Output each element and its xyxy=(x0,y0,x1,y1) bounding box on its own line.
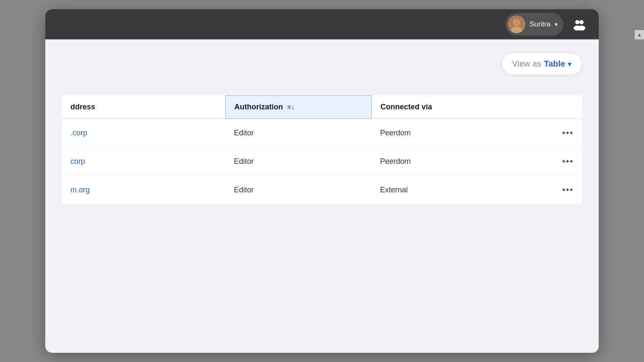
address-cell[interactable]: corp xyxy=(62,147,226,176)
user-menu-chevron-icon: ▾ xyxy=(555,21,558,28)
view-as-value: Table xyxy=(544,59,565,69)
col-header-connected-via: Connected via xyxy=(371,96,535,119)
sort-icon[interactable]: ≡↓ xyxy=(287,103,294,111)
address-cell[interactable]: .corp xyxy=(62,119,226,147)
row-actions-button[interactable]: ••• xyxy=(535,176,582,204)
connected-via-cell: External xyxy=(371,176,535,204)
topbar: Suritra ▾ xyxy=(45,9,599,39)
user-menu[interactable]: Suritra ▾ xyxy=(505,13,564,36)
connected-via-cell: Peerdom xyxy=(371,147,535,176)
main-content: View as Table ▾ ddress Authorization xyxy=(45,39,599,353)
data-table: ddress Authorization ≡↓ Connected via xyxy=(62,95,582,204)
table-row: corp Editor Peerdom ••• xyxy=(62,147,582,176)
svg-point-3 xyxy=(514,20,519,25)
table-row: m.org Editor External ••• xyxy=(62,176,582,204)
view-as-chevron-icon: ▾ xyxy=(568,59,571,69)
col-header-address: ddress xyxy=(62,96,226,119)
main-window: Suritra ▾ View as Table ▾ xyxy=(45,9,599,353)
authorization-cell: Editor xyxy=(226,119,371,147)
table-row: .corp Editor Peerdom ••• xyxy=(62,119,582,147)
avatar xyxy=(508,16,525,33)
address-cell[interactable]: m.org xyxy=(62,176,226,204)
svg-point-4 xyxy=(575,20,579,24)
view-as-button[interactable]: View as Table ▾ xyxy=(502,53,582,75)
svg-point-5 xyxy=(579,20,584,24)
connected-via-cell: Peerdom xyxy=(371,119,535,147)
col-header-actions xyxy=(535,96,582,119)
authorization-cell: Editor xyxy=(226,176,371,204)
view-as-label: View as xyxy=(512,59,542,69)
team-button[interactable] xyxy=(570,15,589,34)
col-header-authorization[interactable]: Authorization ≡↓ xyxy=(226,96,371,119)
svg-point-7 xyxy=(578,26,585,31)
user-name-label: Suritra xyxy=(530,20,551,28)
toolbar: View as Table ▾ xyxy=(62,53,582,75)
authorization-cell: Editor xyxy=(226,147,371,176)
row-actions-button[interactable]: ••• xyxy=(535,119,582,147)
row-actions-button[interactable]: ••• xyxy=(535,147,582,176)
